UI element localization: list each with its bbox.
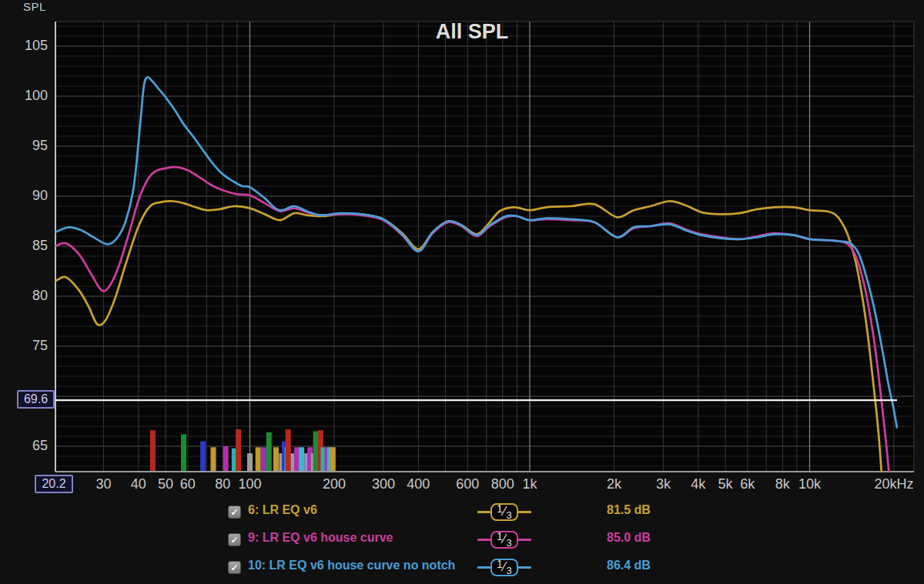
smoothing-indicator[interactable]: 1⁄3 — [477, 557, 531, 577]
smoothing-indicator[interactable]: 1⁄3 — [477, 502, 531, 522]
y-tick-label: 85 — [9, 238, 48, 254]
x-tick-label: 400 — [391, 476, 445, 492]
x-tick-label: 2k — [587, 476, 641, 492]
smoothing-badge: 1⁄3 — [490, 503, 518, 521]
y-tick-label: 75 — [9, 338, 48, 354]
smoothing-badge: 1⁄3 — [490, 531, 518, 549]
smoothing-badge: 1⁄3 — [490, 559, 518, 576]
spl-plot-area[interactable] — [0, 0, 924, 584]
smoothing-indicator[interactable]: 1⁄3 — [477, 529, 531, 549]
x-tick-label: 10k — [783, 476, 837, 492]
spl-graph-panel: SPL All SPL 10510095908580757065 3040506… — [0, 0, 924, 584]
y-tick-label: 90 — [9, 188, 48, 204]
checkmark-icon: ✓ — [230, 563, 238, 572]
trace-line-right — [518, 511, 531, 513]
y-axis-unit-label: SPL — [23, 0, 54, 13]
x-tick-label: 200 — [307, 476, 361, 492]
measurement-visibility-checkbox[interactable]: ✓ — [228, 561, 241, 574]
trace-line-left — [477, 539, 490, 541]
x-tick-label: 1k — [503, 476, 557, 492]
measurement-visibility-checkbox[interactable]: ✓ — [228, 506, 241, 519]
y-tick-label: 105 — [9, 38, 48, 54]
y-tick-label: 100 — [9, 88, 48, 104]
cursor-frequency-readout: 20.2 — [35, 475, 73, 493]
cursor-spl-readout: 69.6 — [17, 390, 55, 409]
x-tick-label: 20kHz — [867, 476, 921, 492]
trace-line-right — [518, 566, 531, 569]
x-tick-label: 100 — [223, 476, 277, 492]
chart-title: All SPL — [383, 20, 561, 44]
measurement-visibility-checkbox[interactable]: ✓ — [228, 533, 241, 546]
checkmark-icon: ✓ — [230, 536, 238, 545]
y-tick-label: 95 — [9, 138, 48, 154]
trace-line-left — [477, 511, 490, 513]
y-tick-label: 80 — [9, 288, 48, 304]
y-tick-label: 65 — [9, 438, 48, 454]
checkmark-icon: ✓ — [230, 508, 238, 517]
trace-line-right — [518, 539, 531, 541]
trace-line-left — [477, 566, 490, 569]
